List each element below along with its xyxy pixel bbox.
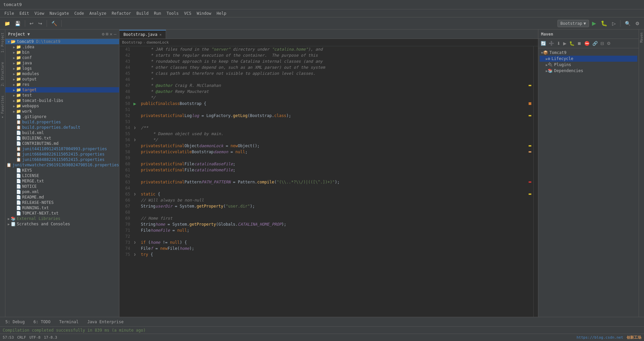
maven-add-btn[interactable]: ➕ xyxy=(548,40,555,47)
search-everywhere-button[interactable]: 🔍 xyxy=(623,20,632,27)
tree-item-release-notes[interactable]: 📄 RELEASE-NOTES xyxy=(5,200,119,205)
menu-help[interactable]: Help xyxy=(214,9,229,17)
menu-bar: File Edit View Navigate Code Analyze Ref… xyxy=(0,9,644,17)
tree-item-idea[interactable]: ▶ 📁 .idea xyxy=(5,44,119,50)
save-button[interactable]: 💾 xyxy=(13,20,22,27)
run-with-coverage-button[interactable]: ▷ xyxy=(610,20,618,27)
tab-java-enterprise[interactable]: Java Enterprise xyxy=(85,317,126,326)
debug-button[interactable]: 🐛 xyxy=(599,19,609,27)
panel-gear-icon[interactable]: ⚙ xyxy=(102,32,105,37)
tree-item-build-properties-default[interactable]: 📋 build.properties.default xyxy=(5,125,119,130)
maven-settings-btn[interactable]: ⚙ xyxy=(606,40,612,47)
maven-item-lifecycle[interactable]: ▶ ⚙️ Lifecycle xyxy=(540,56,637,62)
editor-scrollbar[interactable] xyxy=(533,46,538,317)
marker-57 xyxy=(529,145,531,147)
tab-close-button[interactable]: × xyxy=(159,33,162,37)
tree-item-target[interactable]: ▶ 📁 target xyxy=(5,87,119,93)
menu-refactor[interactable]: Refactor xyxy=(109,9,134,17)
maven-item-dependencies[interactable]: ▶ 📚 Dependencies xyxy=(540,68,637,74)
tab-terminal[interactable]: Terminal xyxy=(56,317,81,326)
tree-item-external-libraries[interactable]: ▶ 📚 External Libraries xyxy=(5,216,119,221)
tree-item-conf[interactable]: ▶ 📁 conf xyxy=(5,55,119,60)
status-link[interactable]: https://blog.csdn.net xyxy=(577,335,623,340)
maven-collapse-btn[interactable]: ⊟ xyxy=(599,40,605,47)
maven-sidebar-icon[interactable]: Maven xyxy=(639,31,644,44)
maven-reload-btn[interactable]: 🔄 xyxy=(540,40,547,47)
tree-item-logs[interactable]: ▶ 📁 logs xyxy=(5,66,119,71)
tree-item-tomcat-build-libs[interactable]: ▶ 📁 tomcat-build-libs xyxy=(5,98,119,103)
run-config-dropdown[interactable]: Bootstrap ▼ xyxy=(557,20,589,27)
tree-item-junit1[interactable]: 📋 junit4411091245107004993.properties xyxy=(5,146,119,152)
panel-close-icon[interactable]: ✕ xyxy=(110,32,112,37)
structure-sidebar-icon[interactable]: 2: Structure xyxy=(0,61,5,88)
maven-item-tomcat9[interactable]: ▼ 📦 Tomcat9 xyxy=(540,50,637,56)
tree-item-scratches[interactable]: ▶ 🗒️ Scratches and Consoles xyxy=(5,221,119,227)
redo-button[interactable]: ↪ xyxy=(37,20,44,27)
project-sidebar-icon[interactable]: 1: Project xyxy=(0,31,5,54)
menu-file[interactable]: File xyxy=(2,9,17,17)
run-button[interactable]: ▶ xyxy=(590,19,598,27)
menu-navigate[interactable]: Navigate xyxy=(47,9,72,17)
tree-item-output[interactable]: ▶ 📁 output xyxy=(5,76,119,82)
maven-run-debug-btn[interactable]: 🐛 xyxy=(568,40,576,47)
tree-item-junitvmwatcher1[interactable]: 📋 junit668488226115052415.properties xyxy=(5,157,119,162)
tree-item-notice[interactable]: 📄 NOTICE xyxy=(5,184,119,189)
maven-skip-tests-btn[interactable]: ⛔ xyxy=(583,40,591,47)
maven-show-deps-btn[interactable]: 🔗 xyxy=(591,40,599,47)
maven-download-btn[interactable]: ⬇ xyxy=(556,40,561,47)
menu-edit[interactable]: Edit xyxy=(17,9,32,17)
run-gutter-50[interactable]: ▶ xyxy=(132,101,138,107)
tree-item-contributing-md[interactable]: 📄 CONTRIBUTING.md xyxy=(5,141,119,146)
menu-code[interactable]: Code xyxy=(72,9,87,17)
tree-item-tomcat-next-txt[interactable]: 📄 TOMCAT-NEXT.txt xyxy=(5,211,119,216)
panel-expand-icon[interactable]: ⊞ xyxy=(106,32,109,37)
tree-item-junit2[interactable]: 📋 junit668488226115052415.properties xyxy=(5,152,119,157)
tree-item-modules[interactable]: ▶ 📁 modules xyxy=(5,71,119,76)
tree-item-webapps[interactable]: ▶ 📁 webapps xyxy=(5,103,119,109)
tree-item-readme-md[interactable]: 📄 README.md xyxy=(5,194,119,200)
tab-debug[interactable]: 5: Debug xyxy=(3,317,28,326)
tree-item-res[interactable]: ▶ 📁 res xyxy=(5,82,119,87)
maven-item-plugins[interactable]: ▶ 🔌 Plugins xyxy=(540,62,637,68)
tree-item-work[interactable]: ▶ 📁 work xyxy=(5,109,119,114)
panel-minimize-icon[interactable]: — xyxy=(114,32,116,37)
open-button[interactable]: 📁 xyxy=(3,20,12,27)
tree-item-pom-xml[interactable]: 📄 pom.xml xyxy=(5,189,119,194)
code-body[interactable]: * JAR files found in the "server" direct… xyxy=(140,46,529,317)
tree-item-merge-txt[interactable]: 📄 MERGE.txt xyxy=(5,178,119,184)
undo-button[interactable]: ↩ xyxy=(28,20,35,27)
tab-bootstrap-java[interactable]: Bootstrap.java × xyxy=(119,30,166,39)
tab-todo[interactable]: 6: TODO xyxy=(31,317,53,326)
tree-item-license[interactable]: 📄 LICENSE xyxy=(5,173,119,178)
code-line-71: File homeFile = null; xyxy=(141,227,529,233)
menu-build[interactable]: Build xyxy=(134,9,151,17)
menu-window[interactable]: Window xyxy=(194,9,214,17)
tree-item-junitvmwatcher2[interactable]: 📋 junitvmwatcher2961913698024798516.prop… xyxy=(5,162,119,168)
tree-label-test: test xyxy=(22,93,32,98)
menu-view[interactable]: View xyxy=(32,9,47,17)
build-button[interactable]: 🔨 xyxy=(50,20,59,27)
tree-item-running-txt[interactable]: 📄 RUNNING.txt xyxy=(5,205,119,211)
tree-item-build-properties[interactable]: 📋 build.properties xyxy=(5,119,119,125)
menu-analyze[interactable]: Analyze xyxy=(87,9,109,17)
file-build-xml-icon: 📄 xyxy=(16,130,21,135)
favorites-sidebar-icon[interactable]: ★ Favorites xyxy=(0,94,5,121)
tree-item-building-txt[interactable]: 📄 BUILDING.txt xyxy=(5,135,119,141)
tree-item-java[interactable]: ▶ 📁 java xyxy=(5,60,119,66)
tree-arrow-modules: ▶ xyxy=(12,72,16,76)
tree-item-gitignore[interactable]: 📄 .gitignore xyxy=(5,114,119,119)
menu-run[interactable]: Run xyxy=(151,9,164,17)
tree-root-tomcat9[interactable]: ▼ 📂 tomcat9 D:\tomcat9 xyxy=(5,39,119,44)
settings-button[interactable]: ⚙ xyxy=(634,20,641,27)
maven-stop-btn[interactable]: ⏹ xyxy=(576,40,583,47)
tree-item-build-xml[interactable]: 📄 build.xml xyxy=(5,130,119,135)
tree-item-keys[interactable]: 📄 KEYS xyxy=(5,168,119,173)
menu-vcs[interactable]: VCS xyxy=(181,9,194,17)
tree-item-test[interactable]: ▶ 📁 test xyxy=(5,93,119,98)
menu-tools[interactable]: Tools xyxy=(164,9,181,17)
toolbar-sep-1 xyxy=(25,20,25,27)
file-keys-icon: 📄 xyxy=(16,168,21,173)
rg-58 xyxy=(529,149,533,155)
maven-run-btn[interactable]: ▶ xyxy=(562,40,568,47)
tree-item-bin[interactable]: ▶ 📁 bin xyxy=(5,50,119,55)
